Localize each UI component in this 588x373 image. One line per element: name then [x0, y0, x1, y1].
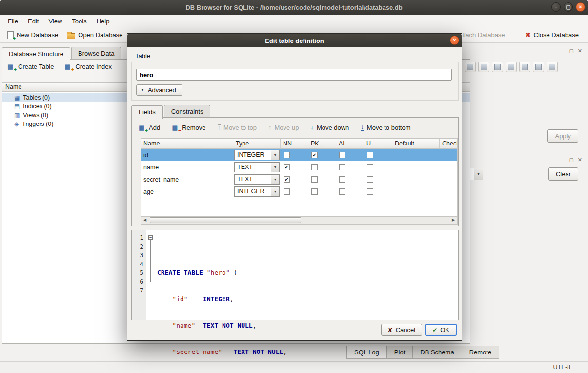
field-row-age[interactable]: age INTEGER ▾ [141, 186, 457, 198]
scroll-left-icon[interactable]: ◀ [141, 217, 149, 224]
cell-editor-toolbar-icon[interactable] [492, 62, 503, 72]
apply-button[interactable]: Apply [547, 129, 578, 143]
ai-checkbox[interactable] [339, 164, 345, 170]
float-dock-icon[interactable]: ◻ [569, 157, 574, 163]
tab-browse-data[interactable]: Browse Data [71, 47, 121, 60]
minimize-button[interactable]: – [551, 2, 561, 12]
type-combobox[interactable]: INTEGER ▾ [234, 150, 280, 160]
remove-field-button[interactable]: ▦ − Remove [172, 124, 205, 131]
chevron-down-icon[interactable]: ▾ [474, 168, 483, 180]
ok-button[interactable]: ✔ OK [425, 324, 457, 336]
cell-editor-toolbar-icon[interactable] [478, 62, 489, 72]
maximize-button[interactable]: ▢ [564, 2, 573, 12]
column-header-ai[interactable]: AI [336, 139, 364, 148]
check-cell[interactable] [440, 149, 457, 161]
default-cell[interactable] [392, 186, 440, 198]
pk-checkbox[interactable]: ✔ [311, 152, 318, 158]
window-titlebar[interactable]: DB Browser for SQLite - /home/user/code/… [0, 0, 588, 15]
field-row-name[interactable]: name TEXT ▾ ✔ [141, 161, 457, 173]
check-cell[interactable] [440, 161, 457, 173]
move-to-bottom-button[interactable]: ↓ Move to bottom [361, 124, 410, 131]
add-field-button[interactable]: ▦ + Add [139, 124, 160, 131]
dialog-close-button[interactable]: × [450, 36, 459, 45]
column-header-pk[interactable]: PK [308, 139, 336, 148]
check-cell[interactable] [440, 186, 457, 198]
field-row-id[interactable]: id INTEGER ▾ ✔ [141, 149, 457, 161]
chevron-down-icon[interactable]: ▾ [271, 187, 279, 196]
move-up-button[interactable]: ↑ Move up [268, 124, 299, 131]
cell-editor-toolbar-icon[interactable] [506, 62, 517, 72]
encoding-indicator[interactable]: UTF-8 [553, 364, 570, 371]
field-row-secret-name[interactable]: secret_name TEXT ▾ ✔ [141, 173, 457, 186]
scrollbar-thumb[interactable] [150, 217, 301, 223]
cell-editor-toolbar-icon[interactable] [465, 62, 476, 72]
chevron-down-icon[interactable]: ▾ [271, 163, 279, 172]
menu-view[interactable]: View [43, 16, 67, 27]
fold-collapse-icon[interactable]: − [148, 235, 153, 240]
clear-button[interactable]: Clear [548, 167, 578, 181]
field-name[interactable]: secret_name [141, 173, 233, 186]
scroll-right-icon[interactable]: ▶ [449, 217, 457, 224]
column-header-u[interactable]: U [364, 139, 392, 148]
new-database-button[interactable]: + New Database [3, 29, 62, 41]
u-checkbox[interactable] [367, 188, 373, 195]
create-index-button[interactable]: ▦ + Create Index [64, 63, 111, 70]
u-checkbox[interactable] [367, 152, 373, 158]
scrollbar-track[interactable] [149, 217, 449, 224]
column-header-name[interactable]: Name [141, 139, 233, 148]
move-to-top-button[interactable]: ↑ Move to top [218, 124, 257, 131]
nn-checkbox[interactable] [284, 188, 290, 195]
ai-checkbox[interactable] [339, 152, 345, 158]
type-combobox[interactable]: TEXT ▾ [234, 174, 280, 185]
close-database-button[interactable]: ✖ Close Database [521, 29, 583, 41]
type-combobox[interactable]: INTEGER ▾ [234, 186, 280, 197]
u-checkbox[interactable] [367, 164, 373, 170]
close-dock-icon[interactable]: ✕ [578, 48, 582, 54]
default-cell[interactable] [392, 173, 440, 186]
ai-checkbox[interactable] [339, 176, 345, 183]
create-table-button[interactable]: ▦ + Create Table [7, 63, 54, 70]
open-database-button[interactable]: Open Database [62, 29, 127, 41]
menu-file[interactable]: File [3, 16, 23, 27]
field-name[interactable]: id [141, 149, 233, 161]
horizontal-scrollbar[interactable]: ◀ ▶ [141, 216, 457, 224]
table-name-input[interactable] [136, 69, 452, 81]
pk-checkbox[interactable] [311, 176, 318, 183]
default-cell[interactable] [392, 161, 440, 173]
close-window-button[interactable]: × [576, 2, 585, 12]
menu-edit[interactable]: Edit [23, 16, 43, 27]
tab-fields[interactable]: Fields [131, 105, 163, 119]
tab-database-structure[interactable]: Database Structure [2, 47, 70, 61]
close-dock-icon[interactable]: ✕ [578, 157, 582, 163]
cell-editor-toolbar-icon[interactable] [519, 62, 530, 72]
chevron-down-icon[interactable]: ▾ [271, 175, 279, 184]
ai-checkbox[interactable] [339, 188, 345, 195]
pk-checkbox[interactable] [311, 164, 318, 170]
column-header-check[interactable]: Check [440, 139, 457, 148]
cell-editor-toolbar-icon[interactable] [547, 62, 558, 72]
dialog-titlebar[interactable]: Edit table definition × [127, 34, 462, 47]
nn-checkbox[interactable]: ✔ [284, 164, 290, 170]
nn-checkbox[interactable] [284, 152, 290, 158]
cancel-button[interactable]: ✘ Cancel [381, 324, 423, 336]
field-name[interactable]: age [141, 186, 233, 198]
column-header-type[interactable]: Type [233, 139, 281, 148]
chevron-down-icon[interactable]: ▾ [271, 150, 279, 160]
menu-tools[interactable]: Tools [67, 16, 91, 27]
cell-editor-toolbar-icon[interactable] [533, 62, 544, 72]
column-header-default[interactable]: Default [392, 139, 440, 148]
field-name[interactable]: name [141, 161, 233, 173]
tab-constraints[interactable]: Constraints [164, 105, 211, 118]
u-checkbox[interactable] [367, 176, 373, 183]
move-down-button[interactable]: ↓ Move down [310, 124, 349, 131]
pk-checkbox[interactable] [311, 188, 318, 195]
nn-checkbox[interactable]: ✔ [284, 176, 290, 183]
float-dock-icon[interactable]: ◻ [569, 48, 574, 54]
column-header-nn[interactable]: NN [281, 139, 308, 148]
default-cell[interactable] [392, 149, 440, 161]
advanced-toggle-button[interactable]: ▼ Advanced [136, 84, 182, 96]
check-cell[interactable] [440, 173, 457, 186]
menu-help[interactable]: Help [92, 16, 115, 27]
type-combobox[interactable]: TEXT ▾ [234, 162, 280, 172]
tab-remote[interactable]: Remote [462, 346, 500, 359]
